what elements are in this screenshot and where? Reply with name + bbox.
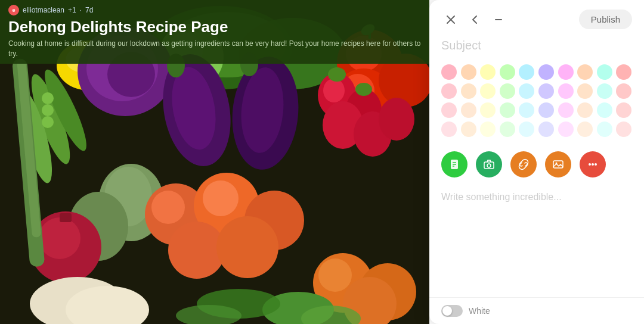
back-button[interactable] — [465, 10, 484, 29]
page-title: Dehong Delights Recipe Page — [8, 18, 421, 36]
color-grid — [429, 60, 644, 142]
svg-point-36 — [328, 67, 346, 82]
svg-point-54 — [318, 258, 352, 292]
document-icon-button[interactable] — [441, 151, 467, 177]
svg-point-75 — [592, 163, 594, 166]
color-dot[interactable] — [538, 102, 554, 118]
color-dot[interactable] — [461, 102, 476, 118]
color-dot[interactable] — [519, 64, 534, 80]
svg-point-71 — [487, 164, 491, 167]
write-area[interactable]: Write something incredible... — [429, 187, 644, 297]
color-dot[interactable] — [616, 102, 631, 118]
color-dot[interactable] — [538, 64, 554, 80]
color-dot[interactable] — [577, 64, 593, 80]
color-dot[interactable] — [441, 122, 457, 137]
color-dot[interactable] — [577, 122, 593, 137]
color-dot[interactable] — [480, 83, 496, 99]
action-icons — [429, 147, 644, 187]
write-placeholder: Write something incredible... — [441, 192, 632, 202]
color-dot[interactable] — [558, 83, 574, 99]
svg-point-74 — [589, 163, 591, 166]
username: elliotmaclean — [23, 6, 64, 14]
color-dot[interactable] — [480, 64, 496, 80]
svg-point-31 — [323, 79, 345, 102]
compose-panel: Publish Write something incredible... Wh… — [429, 0, 644, 324]
white-label: White — [469, 306, 490, 316]
color-dot[interactable] — [519, 122, 534, 137]
page-description: Cooking at home is difficult during our … — [8, 39, 421, 59]
svg-point-42 — [151, 191, 185, 224]
color-dot[interactable] — [597, 122, 612, 137]
svg-point-22 — [42, 116, 54, 128]
color-dot[interactable] — [461, 64, 476, 80]
color-dot[interactable] — [538, 122, 554, 137]
page-header: e elliotmaclean +1 · 7d Dehong Delights … — [0, 0, 429, 64]
color-dot[interactable] — [461, 122, 476, 137]
color-dot[interactable] — [558, 122, 574, 137]
svg-point-35 — [379, 98, 414, 141]
svg-point-47 — [216, 216, 278, 278]
minimize-button[interactable] — [489, 10, 508, 29]
color-dot[interactable] — [597, 83, 612, 99]
color-dot[interactable] — [616, 122, 631, 137]
color-dot[interactable] — [461, 83, 476, 99]
link-icon-button[interactable] — [510, 151, 537, 177]
bottom-bar: White — [429, 297, 644, 324]
time-ago: 7d — [85, 6, 93, 14]
user-info: e elliotmaclean +1 · 7d — [8, 5, 421, 15]
color-dot[interactable] — [500, 102, 515, 118]
color-dot[interactable] — [577, 83, 593, 99]
color-dot[interactable] — [519, 83, 534, 99]
color-dot[interactable] — [519, 102, 534, 118]
color-dot[interactable] — [500, 122, 515, 137]
camera-icon-button[interactable] — [476, 151, 502, 177]
color-dot[interactable] — [500, 64, 515, 80]
color-dot[interactable] — [441, 83, 457, 99]
avatar: e — [8, 5, 19, 15]
subject-input[interactable] — [429, 36, 644, 60]
svg-rect-72 — [553, 161, 563, 168]
white-toggle[interactable] — [441, 305, 463, 317]
color-dot[interactable] — [597, 102, 612, 118]
svg-point-37 — [355, 83, 372, 96]
more-icon-button[interactable] — [580, 151, 606, 177]
color-dot[interactable] — [441, 102, 457, 118]
color-dot[interactable] — [480, 102, 496, 118]
color-dot[interactable] — [480, 122, 496, 137]
svg-point-21 — [42, 104, 54, 116]
svg-point-20 — [42, 92, 54, 104]
color-dot[interactable] — [616, 64, 631, 80]
svg-point-76 — [595, 163, 597, 166]
color-dot[interactable] — [597, 64, 612, 80]
color-dot[interactable] — [538, 83, 554, 99]
color-dot[interactable] — [441, 64, 457, 80]
svg-point-44 — [203, 180, 239, 216]
svg-point-49 — [39, 217, 80, 259]
publish-button[interactable]: Publish — [579, 10, 632, 29]
color-dot[interactable] — [558, 64, 574, 80]
close-button[interactable] — [441, 10, 460, 29]
separator: · — [80, 6, 82, 14]
color-dot[interactable] — [577, 102, 593, 118]
svg-rect-50 — [60, 213, 72, 222]
color-dot[interactable] — [616, 83, 631, 99]
plus-count: +1 — [68, 6, 76, 14]
image-icon-button[interactable] — [545, 151, 571, 177]
color-dot[interactable] — [558, 102, 574, 118]
color-dot[interactable] — [500, 83, 515, 99]
panel-toolbar: Publish — [429, 0, 644, 36]
